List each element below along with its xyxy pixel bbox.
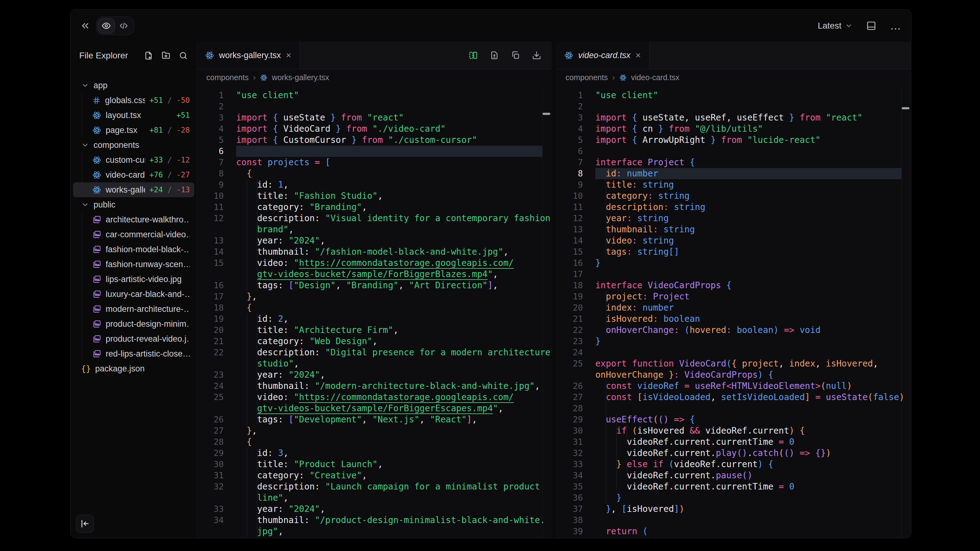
code-line[interactable]: 12 description: "Visual identity for a c… <box>197 213 552 224</box>
file-row[interactable]: {}package.json <box>73 361 194 376</box>
code-line[interactable]: 27 }, <box>197 425 552 437</box>
code-line[interactable]: 22 description: "Digital presence for a … <box>197 347 552 358</box>
scrollbar-thumb[interactable] <box>542 113 550 115</box>
code-line[interactable]: 14 video: string <box>556 235 911 246</box>
code-line[interactable]: 29 useEffect(() => { <box>556 414 911 425</box>
code-line[interactable]: 2 <box>197 101 552 112</box>
file-row[interactable]: video-card.tsx+76 / -27 <box>73 167 194 182</box>
code-line[interactable]: 7const projects = [ <box>197 157 552 168</box>
code-line[interactable]: 5import { ArrowUpRight } from "lucide-re… <box>556 135 911 146</box>
breadcrumb-folder[interactable]: components <box>565 73 608 82</box>
code-line[interactable]: 13 thumbnail: string <box>556 224 911 235</box>
code-line[interactable]: 7interface Project { <box>556 157 911 168</box>
code-line[interactable]: 33 } else if (videoRef.current) { <box>556 459 911 470</box>
collapse-panel-button[interactable] <box>76 514 94 533</box>
code-line[interactable]: jpg", <box>197 526 552 537</box>
code-line[interactable]: 32 videoRef.current.play().catch(() => {… <box>556 448 911 459</box>
new-folder-icon[interactable] <box>161 51 170 60</box>
code-line[interactable]: 17 <box>556 269 911 280</box>
folder-row-public[interactable]: public <box>73 197 194 212</box>
code-line[interactable]: 27 const [isVideoLoaded, setIsVideoLoade… <box>556 392 911 403</box>
code-line[interactable]: line", <box>197 492 552 503</box>
code-line[interactable]: 26 const videoRef = useRef<HTMLVideoElem… <box>556 381 911 392</box>
code-line[interactable]: 8 { <box>197 168 552 179</box>
code-line[interactable]: 35 videoRef.current.currentTime = 0 <box>556 481 911 492</box>
code-line[interactable]: 6 <box>556 146 911 157</box>
folder-row-components[interactable]: components <box>73 138 194 152</box>
file-row[interactable]: car-commercial-video… <box>73 227 194 242</box>
code-editor[interactable]: 1"use client"23import { useState, useRef… <box>556 86 911 538</box>
code-line[interactable]: 13 year: "2024", <box>197 235 552 246</box>
file-row[interactable]: luxury-car-black-and-… <box>73 287 194 302</box>
file-row[interactable]: red-lips-artistic-close… <box>73 346 194 361</box>
code-line[interactable]: 8 id: number <box>556 168 911 179</box>
code-line[interactable]: 38 <box>556 514 911 526</box>
close-icon[interactable]: × <box>635 51 641 60</box>
breadcrumb-file[interactable]: works-gallery.tsx <box>272 73 329 82</box>
code-line[interactable]: 11 description: string <box>556 202 911 213</box>
file-row[interactable]: custom-curs…+33 / -12 <box>73 152 194 167</box>
code-line[interactable]: 22 onHoverChange: (hovered: boolean) => … <box>556 325 911 336</box>
code-line[interactable]: 15 video: "https://commondatastorage.goo… <box>197 257 552 269</box>
code-line[interactable]: 31 category: "Creative", <box>197 470 552 481</box>
file-row[interactable]: product-reveal-video.j… <box>73 332 194 346</box>
tab-works-gallery.tsx[interactable]: works-gallery.tsx× <box>197 41 300 69</box>
code-line[interactable]: 4import { VideoCard } from "./video-card… <box>197 123 552 135</box>
code-line[interactable]: 18 { <box>197 302 552 313</box>
more-menu-button[interactable]: … <box>890 23 902 29</box>
code-line[interactable]: 23 year: "2024", <box>197 369 552 381</box>
code-line[interactable]: 12 year: string <box>556 213 911 224</box>
code-line[interactable]: studio", <box>197 358 552 369</box>
file-row[interactable]: page.tsx+81 / -28 <box>73 123 194 138</box>
code-line[interactable]: 30 title: "Product Launch", <box>197 459 552 470</box>
file-diff-icon[interactable] <box>490 51 499 60</box>
file-row[interactable]: architecture-walkthro… <box>73 212 194 227</box>
code-line[interactable]: 34 videoRef.current.pause() <box>556 470 911 481</box>
breadcrumb[interactable]: components›works-gallery.tsx <box>197 69 552 86</box>
code-line[interactable]: 9 title: string <box>556 179 911 191</box>
code-line[interactable]: 3import { useState } from "react" <box>197 112 552 123</box>
code-line[interactable]: brand", <box>197 224 552 235</box>
code-line[interactable]: 16 tags: ["Design", "Branding", "Art Dir… <box>197 280 552 291</box>
code-line[interactable]: 4import { cn } from "@/lib/utils" <box>556 123 911 135</box>
code-line[interactable]: onHoverChange }: VideoCardProps) { <box>556 369 911 381</box>
code-line[interactable]: 1"use client" <box>556 90 911 101</box>
code-line[interactable]: 9 id: 1, <box>197 179 552 191</box>
panel-bottom-icon[interactable] <box>866 21 876 31</box>
chevrons-left-icon[interactable] <box>80 21 91 31</box>
breadcrumb-folder[interactable]: components <box>206 73 248 82</box>
code-line[interactable]: 23} <box>556 336 911 347</box>
breadcrumb[interactable]: components›video-card.tsx <box>556 69 911 86</box>
code-line[interactable]: 3import { useState, useRef, useEffect } … <box>556 112 911 123</box>
code-line[interactable]: 11 category: "Branding", <box>197 202 552 213</box>
code-toggle-button[interactable] <box>115 18 132 33</box>
preview-toggle-button[interactable] <box>97 18 115 33</box>
breadcrumb-file[interactable]: video-card.tsx <box>631 73 679 82</box>
code-line[interactable]: 6 <box>197 146 552 157</box>
code-line[interactable]: 37 }, [isHovered]) <box>556 503 911 514</box>
code-line[interactable]: 26 tags: ["Development", "Next.js", "Rea… <box>197 414 552 425</box>
download-icon[interactable] <box>532 51 541 60</box>
close-icon[interactable]: × <box>286 51 291 60</box>
code-line[interactable]: 2 <box>556 101 911 112</box>
file-row[interactable]: layout.tsx+51 <box>73 108 194 123</box>
code-line[interactable]: 39 return ( <box>556 526 911 537</box>
search-icon[interactable] <box>179 51 188 60</box>
code-line[interactable]: 20 index: number <box>556 302 911 313</box>
code-line[interactable]: gtv-videos-bucket/sample/ForBiggerEscape… <box>197 403 552 414</box>
folder-row-app[interactable]: app <box>73 78 194 93</box>
split-diff-icon[interactable] <box>469 51 478 60</box>
code-line[interactable]: 10 title: "Fashion Studio", <box>197 191 552 202</box>
code-line[interactable]: 20 title: "Architecture Firm", <box>197 325 552 336</box>
file-row[interactable]: globals.css+51 / -50 <box>73 93 194 108</box>
code-line[interactable]: 24 <box>556 347 911 358</box>
copy-icon[interactable] <box>511 51 520 60</box>
code-line[interactable]: 5import { CustomCursor } from "./custom-… <box>197 135 552 146</box>
code-line[interactable]: 34 thumbnail: "/product-design-minimalis… <box>197 514 552 526</box>
code-line[interactable]: 32 description: "Launch campaign for a m… <box>197 481 552 492</box>
code-line[interactable]: 29 id: 3, <box>197 448 552 459</box>
code-line[interactable]: 21 category: "Web Design", <box>197 336 552 347</box>
code-line[interactable]: 19 project: Project <box>556 291 911 302</box>
code-line[interactable]: 18interface VideoCardProps { <box>556 280 911 291</box>
code-line[interactable]: 1"use client" <box>197 90 552 101</box>
